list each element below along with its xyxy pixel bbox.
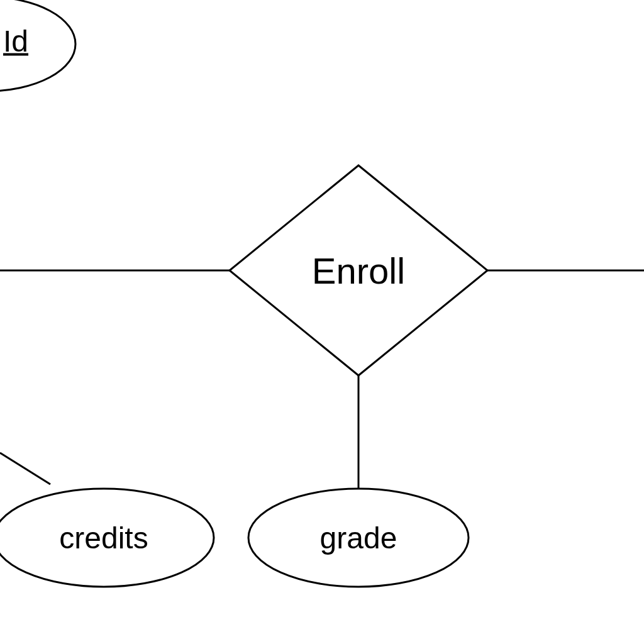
attribute-credits-label: credits [59, 521, 148, 555]
connector-credits-hint [0, 453, 50, 484]
attribute-id-label: Id [3, 24, 28, 58]
relationship-enroll-label: Enroll [312, 250, 405, 292]
attribute-grade-label: grade [320, 521, 397, 555]
